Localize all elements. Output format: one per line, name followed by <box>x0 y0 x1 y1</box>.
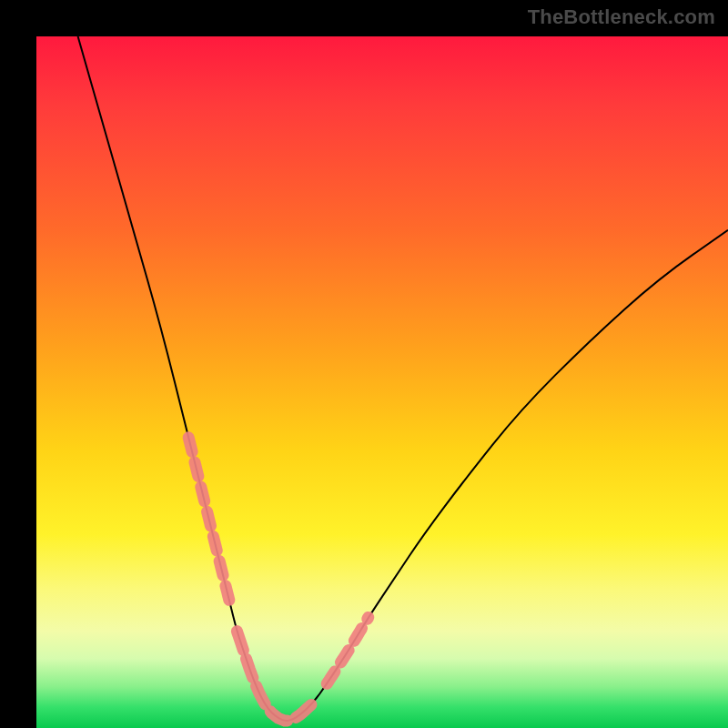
chart-frame: TheBottleneck.com <box>0 0 728 728</box>
curve-marker-segment <box>188 438 230 603</box>
curve-marker-segment <box>327 617 369 683</box>
curve-marker-segment <box>237 632 313 721</box>
bottleneck-curve <box>36 36 728 728</box>
plot-area <box>36 36 728 728</box>
watermark-text: TheBottleneck.com <box>528 5 715 29</box>
curve-path <box>78 36 728 721</box>
